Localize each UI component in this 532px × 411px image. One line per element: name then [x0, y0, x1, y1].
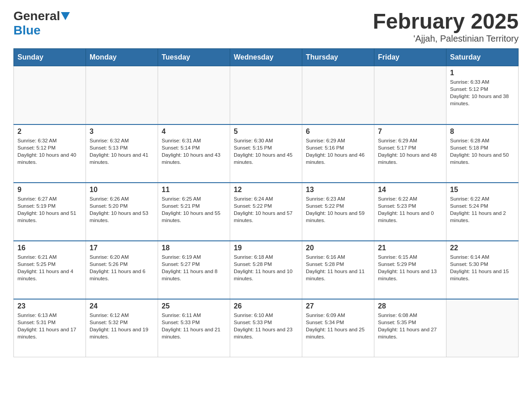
calendar-cell: 12Sunrise: 6:24 AMSunset: 5:22 PMDayligh…: [230, 183, 302, 241]
calendar-cell: [446, 299, 519, 357]
day-info: Sunrise: 6:25 AMSunset: 5:21 PMDaylight:…: [162, 195, 226, 224]
calendar-cell: 15Sunrise: 6:22 AMSunset: 5:24 PMDayligh…: [446, 183, 519, 241]
calendar-cell: 18Sunrise: 6:19 AMSunset: 5:27 PMDayligh…: [158, 241, 230, 299]
day-number: 1: [450, 69, 515, 77]
calendar-week-row: 1Sunrise: 6:33 AMSunset: 5:12 PMDaylight…: [14, 66, 519, 124]
day-info: Sunrise: 6:29 AMSunset: 5:17 PMDaylight:…: [378, 137, 442, 166]
title-block: February 2025 'Ajjah, Palestinian Territ…: [373, 9, 519, 44]
day-info: Sunrise: 6:33 AMSunset: 5:12 PMDaylight:…: [450, 78, 515, 107]
calendar-cell: 28Sunrise: 6:08 AMSunset: 5:35 PMDayligh…: [374, 299, 446, 357]
day-number: 23: [17, 302, 82, 310]
day-info: Sunrise: 6:16 AMSunset: 5:28 PMDaylight:…: [306, 253, 370, 282]
day-info: Sunrise: 6:23 AMSunset: 5:22 PMDaylight:…: [306, 195, 370, 224]
day-info: Sunrise: 6:20 AMSunset: 5:26 PMDaylight:…: [90, 253, 154, 282]
calendar-cell: [158, 66, 230, 124]
day-info: Sunrise: 6:28 AMSunset: 5:18 PMDaylight:…: [450, 137, 515, 166]
col-wednesday: Wednesday: [230, 49, 302, 66]
logo-general-text: General: [13, 9, 60, 23]
day-number: 21: [378, 244, 442, 252]
calendar-cell: 21Sunrise: 6:15 AMSunset: 5:29 PMDayligh…: [374, 241, 446, 299]
day-number: 28: [378, 302, 442, 310]
calendar-cell: 13Sunrise: 6:23 AMSunset: 5:22 PMDayligh…: [302, 183, 374, 241]
day-info: Sunrise: 6:27 AMSunset: 5:19 PMDaylight:…: [17, 195, 82, 224]
calendar-table: Sunday Monday Tuesday Wednesday Thursday…: [13, 48, 519, 357]
calendar-cell: [374, 66, 446, 124]
day-number: 5: [234, 128, 298, 136]
day-number: 3: [90, 128, 154, 136]
day-info: Sunrise: 6:31 AMSunset: 5:14 PMDaylight:…: [162, 137, 226, 166]
calendar-cell: 17Sunrise: 6:20 AMSunset: 5:26 PMDayligh…: [86, 241, 158, 299]
day-number: 27: [306, 302, 370, 310]
logo-triangle-icon: [61, 12, 70, 20]
day-number: 26: [234, 302, 298, 310]
day-info: Sunrise: 6:15 AMSunset: 5:29 PMDaylight:…: [378, 253, 442, 282]
day-info: Sunrise: 6:30 AMSunset: 5:15 PMDaylight:…: [234, 137, 298, 166]
day-number: 11: [162, 186, 226, 194]
day-number: 17: [90, 244, 154, 252]
calendar-cell: 25Sunrise: 6:11 AMSunset: 5:33 PMDayligh…: [158, 299, 230, 357]
day-number: 14: [378, 186, 442, 194]
logo-blue-text: Blue: [13, 23, 41, 38]
page-header: General Blue February 2025 'Ajjah, Pales…: [13, 9, 519, 44]
month-title: February 2025: [373, 9, 519, 34]
day-number: 15: [450, 186, 515, 194]
day-info: Sunrise: 6:32 AMSunset: 5:13 PMDaylight:…: [90, 137, 154, 166]
day-info: Sunrise: 6:24 AMSunset: 5:22 PMDaylight:…: [234, 195, 298, 224]
calendar-cell: 3Sunrise: 6:32 AMSunset: 5:13 PMDaylight…: [86, 124, 158, 183]
calendar-cell: 11Sunrise: 6:25 AMSunset: 5:21 PMDayligh…: [158, 183, 230, 241]
calendar-week-row: 2Sunrise: 6:32 AMSunset: 5:12 PMDaylight…: [14, 124, 519, 183]
day-info: Sunrise: 6:22 AMSunset: 5:23 PMDaylight:…: [378, 195, 442, 224]
day-info: Sunrise: 6:29 AMSunset: 5:16 PMDaylight:…: [306, 137, 370, 166]
col-thursday: Thursday: [302, 49, 374, 66]
day-number: 6: [306, 128, 370, 136]
day-info: Sunrise: 6:09 AMSunset: 5:34 PMDaylight:…: [306, 312, 370, 340]
calendar-header-row: Sunday Monday Tuesday Wednesday Thursday…: [14, 49, 519, 66]
calendar-cell: 16Sunrise: 6:21 AMSunset: 5:25 PMDayligh…: [14, 241, 86, 299]
logo: General Blue: [13, 9, 71, 38]
calendar-cell: [230, 66, 302, 124]
day-info: Sunrise: 6:12 AMSunset: 5:32 PMDaylight:…: [90, 312, 154, 340]
calendar-cell: 5Sunrise: 6:30 AMSunset: 5:15 PMDaylight…: [230, 124, 302, 183]
day-number: 22: [450, 244, 515, 252]
day-number: 7: [378, 128, 442, 136]
col-tuesday: Tuesday: [158, 49, 230, 66]
day-number: 2: [17, 128, 82, 136]
calendar-cell: 19Sunrise: 6:18 AMSunset: 5:28 PMDayligh…: [230, 241, 302, 299]
day-info: Sunrise: 6:14 AMSunset: 5:30 PMDaylight:…: [450, 253, 515, 282]
calendar-cell: 4Sunrise: 6:31 AMSunset: 5:14 PMDaylight…: [158, 124, 230, 183]
day-info: Sunrise: 6:21 AMSunset: 5:25 PMDaylight:…: [17, 253, 82, 282]
day-number: 9: [17, 186, 82, 194]
col-saturday: Saturday: [446, 49, 519, 66]
day-info: Sunrise: 6:08 AMSunset: 5:35 PMDaylight:…: [378, 312, 442, 340]
day-number: 8: [450, 128, 515, 136]
calendar-cell: 24Sunrise: 6:12 AMSunset: 5:32 PMDayligh…: [86, 299, 158, 357]
day-number: 19: [234, 244, 298, 252]
calendar-week-row: 9Sunrise: 6:27 AMSunset: 5:19 PMDaylight…: [14, 183, 519, 241]
day-number: 24: [90, 302, 154, 310]
calendar-cell: 14Sunrise: 6:22 AMSunset: 5:23 PMDayligh…: [374, 183, 446, 241]
day-info: Sunrise: 6:19 AMSunset: 5:27 PMDaylight:…: [162, 253, 226, 282]
calendar-cell: 20Sunrise: 6:16 AMSunset: 5:28 PMDayligh…: [302, 241, 374, 299]
calendar-cell: 22Sunrise: 6:14 AMSunset: 5:30 PMDayligh…: [446, 241, 519, 299]
calendar-cell: [14, 66, 86, 124]
day-number: 13: [306, 186, 370, 194]
calendar-week-row: 23Sunrise: 6:13 AMSunset: 5:31 PMDayligh…: [14, 299, 519, 357]
col-friday: Friday: [374, 49, 446, 66]
day-info: Sunrise: 6:32 AMSunset: 5:12 PMDaylight:…: [17, 137, 82, 166]
calendar-cell: 26Sunrise: 6:10 AMSunset: 5:33 PMDayligh…: [230, 299, 302, 357]
col-sunday: Sunday: [14, 49, 86, 66]
day-number: 10: [90, 186, 154, 194]
calendar-cell: [302, 66, 374, 124]
location-subtitle: 'Ajjah, Palestinian Territory: [373, 34, 519, 44]
day-info: Sunrise: 6:11 AMSunset: 5:33 PMDaylight:…: [162, 312, 226, 340]
calendar-cell: 7Sunrise: 6:29 AMSunset: 5:17 PMDaylight…: [374, 124, 446, 183]
calendar-cell: 9Sunrise: 6:27 AMSunset: 5:19 PMDaylight…: [14, 183, 86, 241]
calendar-cell: 6Sunrise: 6:29 AMSunset: 5:16 PMDaylight…: [302, 124, 374, 183]
calendar-cell: 27Sunrise: 6:09 AMSunset: 5:34 PMDayligh…: [302, 299, 374, 357]
day-info: Sunrise: 6:10 AMSunset: 5:33 PMDaylight:…: [234, 312, 298, 340]
calendar-cell: 8Sunrise: 6:28 AMSunset: 5:18 PMDaylight…: [446, 124, 519, 183]
day-number: 16: [17, 244, 82, 252]
calendar-week-row: 16Sunrise: 6:21 AMSunset: 5:25 PMDayligh…: [14, 241, 519, 299]
calendar-cell: 10Sunrise: 6:26 AMSunset: 5:20 PMDayligh…: [86, 183, 158, 241]
day-number: 20: [306, 244, 370, 252]
